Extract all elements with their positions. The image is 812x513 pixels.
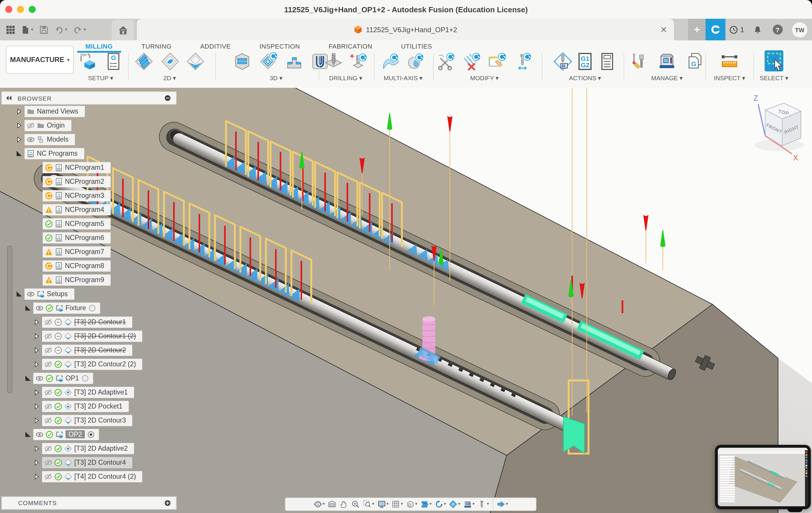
group-actions[interactable]: ACTIONS ▾ — [569, 74, 601, 81]
group-drilling[interactable]: DRILLING ▾ — [329, 74, 362, 81]
expand-toggle-icon[interactable] — [33, 333, 40, 339]
eye-off-icon[interactable] — [45, 417, 52, 424]
browser-row-2d-pocket1[interactable]: [T3] 2D Pocket1 — [33, 401, 129, 412]
radio-dot-icon[interactable] — [87, 430, 95, 438]
tab-utilities[interactable]: UTILITIES — [398, 41, 436, 53]
nc-programs-button[interactable] — [685, 52, 705, 72]
browser-row-ncprogram9[interactable]: NCProgram9 — [43, 274, 111, 285]
new-setup-button[interactable] — [78, 52, 98, 72]
notifications-button[interactable] — [748, 19, 767, 40]
collapse-panel-icon[interactable] — [5, 94, 13, 102]
browser-row-ncprogram2[interactable]: NCProgram2 — [43, 176, 111, 187]
browser-row-2d-contour1[interactable]: [T3] 2D Contour1 — [33, 316, 132, 327]
eye-off-icon[interactable] — [27, 121, 34, 129]
workspace-selector[interactable]: MANUFACTURE ▾ — [6, 46, 74, 74]
tab-fabrication[interactable]: FABRICATION — [325, 41, 376, 53]
hole-recognition-button[interactable] — [348, 52, 368, 72]
browser-row-setups[interactable]: Setups — [16, 288, 74, 300]
tab-inspection[interactable]: INSPECTION — [256, 41, 303, 53]
post-process-button[interactable] — [575, 52, 595, 72]
group-modify[interactable]: MODIFY ▾ — [470, 74, 499, 81]
browser-row-2d-adaptive1[interactable]: [T3] 2D Adaptive1 — [33, 387, 134, 398]
expand-toggle-icon[interactable] — [33, 473, 40, 480]
browser-row-models[interactable]: Models — [16, 134, 75, 145]
expand-toggle-icon[interactable] — [16, 150, 22, 156]
tool-orientation-button[interactable] — [513, 52, 532, 72]
browser-scrollbar[interactable] — [7, 246, 12, 393]
minimize-panel-icon[interactable] — [164, 94, 171, 102]
expand-toggle-icon[interactable] — [33, 319, 40, 325]
expand-toggle-icon[interactable] — [16, 136, 22, 143]
document-tab[interactable]: 112525_V6Jig+Hand_OP1+2 — [137, 19, 674, 40]
machine-display-button[interactable]: ▾ — [462, 498, 476, 510]
eye-off-icon[interactable] — [45, 318, 52, 326]
browser-row-nc-programs[interactable]: NC Programs — [16, 148, 84, 159]
browser-row-2d-contour4[interactable]: [T3] 2D Contour4 — [33, 457, 132, 468]
expand-toggle-icon[interactable] — [33, 459, 40, 465]
browser-row-ncprogram6[interactable]: NCProgram6 — [43, 232, 111, 243]
swarf-button[interactable] — [381, 52, 401, 72]
eye-off-icon[interactable] — [45, 402, 52, 410]
group-2d[interactable]: 2D ▾ — [163, 74, 176, 81]
browser-row-fixture[interactable]: Fixture — [25, 302, 100, 313]
check-icon[interactable] — [54, 388, 62, 396]
check-icon[interactable] — [45, 220, 53, 227]
check-icon[interactable] — [54, 360, 62, 368]
browser-row-ncprogram8[interactable]: NCProgram8 — [43, 260, 111, 271]
select-button[interactable] — [762, 49, 786, 73]
viewports-button[interactable]: ▾ — [405, 498, 418, 510]
zoom-window-button[interactable]: ▾ — [361, 498, 375, 510]
edit-toolpath-button[interactable] — [487, 52, 506, 72]
toolpath-display-button[interactable]: ▾ — [419, 498, 433, 510]
zoom-button[interactable]: ▾ — [350, 498, 361, 510]
trim-toolpath-button[interactable] — [436, 52, 456, 72]
browser-row-2d-contour2-2[interactable]: [T3] 2D Contour2 (2) — [33, 359, 142, 370]
expand-toggle-icon[interactable] — [25, 431, 31, 437]
check-icon[interactable] — [54, 402, 62, 410]
simulate-button[interactable] — [553, 52, 573, 72]
browser-row-ncprogram4[interactable]: NCProgram4 — [43, 204, 111, 215]
delete-passes-button[interactable] — [462, 52, 482, 72]
eye-off-icon[interactable] — [45, 459, 52, 466]
browser-row-2d-contour2[interactable]: [T3] 2D Contour2 — [33, 344, 132, 355]
radio-icon[interactable] — [88, 304, 96, 312]
check-icon[interactable] — [54, 417, 62, 424]
browser-row-ncprogram1[interactable]: NCProgram1 — [43, 162, 111, 173]
check-icon[interactable] — [54, 459, 62, 466]
group-3d[interactable]: 3D ▾ — [270, 74, 282, 81]
browser-row-ncprogram3[interactable]: NCProgram3 — [43, 190, 111, 201]
check-icon[interactable] — [46, 304, 53, 312]
expand-toggle-icon[interactable] — [16, 108, 22, 114]
eye-icon[interactable] — [36, 304, 43, 312]
setup-sheet-button[interactable] — [597, 52, 617, 72]
expand-toggle-icon[interactable] — [25, 375, 31, 381]
minus-icon[interactable] — [54, 318, 62, 326]
tool-library-button[interactable] — [629, 52, 649, 72]
expand-toggle-icon[interactable] — [16, 122, 22, 129]
browser-row-2d-contour4-2[interactable]: [T4] 2D Contour4 (2) — [33, 471, 142, 482]
orbit-button[interactable]: ▾ — [312, 498, 326, 510]
check-icon[interactable] — [54, 473, 62, 480]
tool-display-button[interactable]: ▾ — [476, 498, 490, 510]
simulation-display-button[interactable]: ▾ — [434, 498, 447, 510]
eye-icon[interactable] — [27, 290, 34, 297]
expand-toggle-icon[interactable] — [33, 403, 40, 409]
eye-icon[interactable] — [36, 374, 43, 382]
job-status-button[interactable]: 1 — [726, 25, 748, 34]
nc-program-button[interactable] — [104, 52, 123, 72]
eye-icon[interactable] — [27, 136, 34, 143]
avatar[interactable]: TW — [792, 22, 807, 37]
eye-off-icon[interactable] — [45, 473, 52, 480]
add-comment-icon[interactable] — [164, 499, 171, 507]
browser-row-ncprogram5[interactable]: NCProgram5 — [43, 218, 111, 229]
tab-milling[interactable]: MILLING — [82, 41, 116, 53]
check-icon[interactable] — [46, 374, 53, 382]
group-manage[interactable]: MANAGE ▾ — [651, 74, 683, 81]
eye-off-icon[interactable] — [45, 445, 52, 452]
radio-icon[interactable] — [81, 374, 89, 382]
close-tab-icon[interactable] — [659, 25, 668, 34]
eye-off-icon[interactable] — [45, 332, 52, 340]
rapid-moves-display-button[interactable]: ▾ — [495, 498, 509, 510]
expand-toggle-icon[interactable] — [33, 347, 40, 353]
3d-steep-shallow-button[interactable] — [284, 52, 304, 72]
